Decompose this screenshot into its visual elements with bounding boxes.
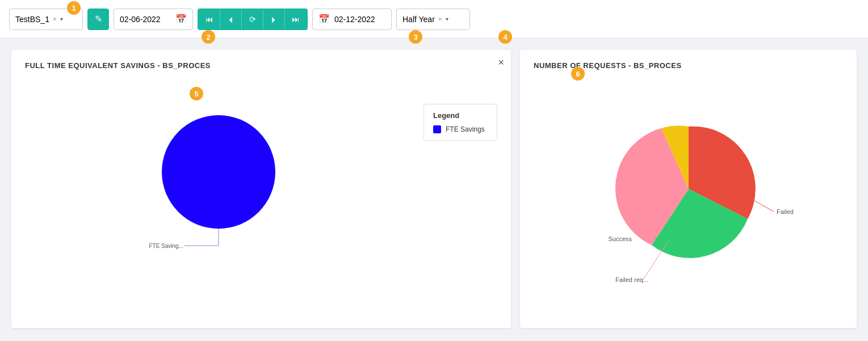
bs-selector[interactable]: TestBS_1 × ▾: [9, 9, 83, 30]
close-button[interactable]: ×: [498, 57, 504, 69]
start-date-field[interactable]: [120, 15, 171, 24]
nav-first-button[interactable]: ⏮: [199, 9, 220, 30]
navigation-controls: ⏮ ⏴ ⟳ ⏵ ⏭: [198, 9, 308, 30]
nav-prev-button[interactable]: ⏴: [220, 9, 242, 30]
success-label: Success: [608, 235, 632, 242]
legend-item-fte: FTE Savings: [433, 125, 488, 133]
nav-next-button[interactable]: ⏵: [263, 9, 285, 30]
requests-panel: 6 NUMBER OF REQUESTS - BS_PROCES Success: [520, 50, 857, 328]
selector-arrow-icon[interactable]: ▾: [60, 16, 63, 22]
fte-chart-title: FULL TIME EQUIVALENT SAVINGS - BS_PROCES: [25, 61, 497, 70]
start-date-input[interactable]: 📅: [114, 9, 193, 30]
requests-chart-title: NUMBER OF REQUESTS - BS_PROCES: [534, 61, 843, 70]
calendar-start-icon[interactable]: 📅: [175, 14, 187, 24]
legend-label-fte: FTE Savings: [446, 125, 485, 133]
fte-legend: Legend FTE Savings: [423, 104, 497, 141]
period-value: Half Year: [402, 15, 435, 24]
selector-clear-icon[interactable]: ×: [53, 15, 57, 23]
legend-title: Legend: [433, 111, 488, 120]
calendar-end-icon[interactable]: 📅: [318, 14, 330, 24]
fte-savings-panel: × FULL TIME EQUIVALENT SAVINGS - BS_PROC…: [11, 50, 511, 328]
fte-circle-chart: FTE Saving...: [25, 81, 412, 297]
fte-circle: [162, 115, 275, 229]
edit-icon: ✎: [95, 14, 102, 24]
toolbar: 1 TestBS_1 × ▾ ✎ 📅 2 ⏮ ⏴ ⟳ ⏵ ⏭ 📅 3 Half …: [0, 0, 868, 39]
failed-label: Failed: [777, 208, 794, 215]
requests-pie-chart: Success Failed Failed req...: [534, 81, 843, 297]
end-date-input[interactable]: 📅: [312, 9, 392, 30]
main-content: × FULL TIME EQUIVALENT SAVINGS - BS_PROC…: [0, 39, 868, 339]
fte-label-line: FTE Saving...: [162, 229, 275, 263]
period-clear-icon[interactable]: ×: [438, 15, 442, 23]
edit-button[interactable]: ✎: [87, 9, 109, 30]
failed-req-label: Failed req...: [615, 276, 648, 283]
fte-label-text: FTE Saving...: [149, 243, 183, 249]
pie-svg: Success Failed Failed req...: [598, 98, 779, 280]
selector-value: TestBS_1: [15, 15, 49, 24]
end-date-field[interactable]: [334, 15, 385, 24]
nav-last-button[interactable]: ⏭: [285, 9, 307, 30]
period-selector[interactable]: Half Year × ▾: [396, 9, 470, 30]
fte-chart-area: 5 FTE Saving... Legend FT: [25, 81, 497, 308]
nav-refresh-button[interactable]: ⟳: [242, 9, 263, 30]
period-arrow-icon[interactable]: ▾: [446, 16, 448, 22]
legend-color-fte: [433, 125, 441, 133]
